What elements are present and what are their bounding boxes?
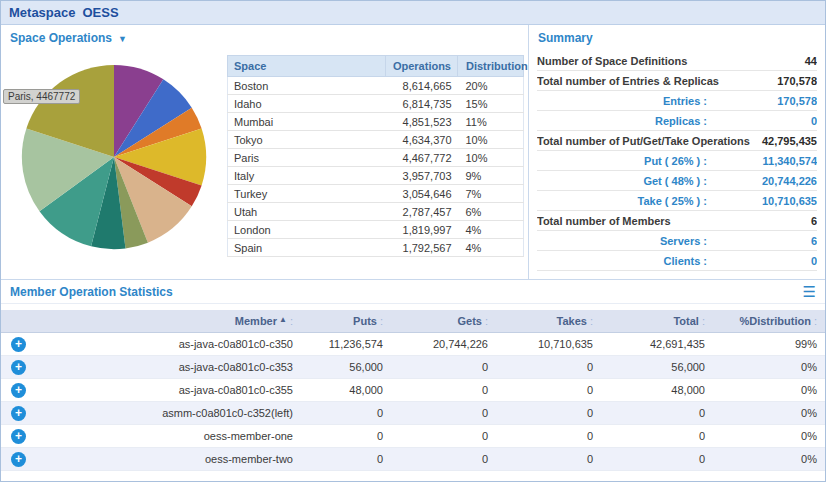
summary-row: Put ( 26% ) :11,340,574: [537, 151, 817, 171]
member-table-wrap: Member▲PutsGetsTakesTotal%Distribution +…: [1, 310, 825, 471]
member-col-header-label: Takes: [557, 315, 587, 327]
summary-label: Total number of Put/Get/Take Operations: [537, 135, 757, 147]
member-col-header-total[interactable]: Total: [601, 310, 713, 333]
expand-row-button[interactable]: +: [11, 360, 26, 375]
space-table-row[interactable]: Boston8,614,66520%: [228, 77, 524, 95]
app-title-name: OESS: [82, 5, 118, 20]
summary-label: Total number of Entries & Replicas: [537, 75, 757, 87]
space-table-wrap: SpaceOperationsDistribution Boston8,614,…: [227, 51, 528, 279]
puts-cell: 11,236,574: [301, 333, 391, 356]
expand-cell: +: [1, 448, 39, 471]
summary-value: 0: [707, 115, 817, 127]
expand-row-button[interactable]: +: [11, 383, 26, 398]
summary-title-row: Summary: [529, 25, 825, 51]
member-col-header-distribution[interactable]: %Distribution: [713, 310, 825, 333]
space-table-row[interactable]: Paris4,467,77210%: [228, 149, 524, 167]
space-operations-panel: Space Operations ▼ Paris, 4467772 SpaceO…: [1, 25, 529, 279]
space-table-row[interactable]: Idaho6,814,73515%: [228, 95, 524, 113]
space-name-cell: Utah: [228, 203, 386, 221]
member-row[interactable]: +as-java-c0a801c0-c35356,0000056,0000%: [1, 356, 825, 379]
distribution-cell: 0%: [713, 356, 825, 379]
gets-cell: 0: [391, 356, 496, 379]
space-name-cell: London: [228, 221, 386, 239]
space-table-row[interactable]: Tokyo4,634,37010%: [228, 131, 524, 149]
space-operations-cell: 4,634,370: [386, 131, 458, 149]
space-table-row[interactable]: London1,819,9974%: [228, 221, 524, 239]
member-row[interactable]: +asmm-c0a801c0-c352(left)00000%: [1, 402, 825, 425]
pie-tooltip: Paris, 4467772: [3, 89, 80, 104]
list-menu-icon[interactable]: ☰: [803, 284, 816, 299]
space-operations-cell: 4,851,523: [386, 113, 458, 131]
expand-cell: +: [1, 379, 39, 402]
member-name-cell: asmm-c0a801c0-c352(left): [39, 402, 301, 425]
summary-value: 20,744,226: [707, 175, 817, 187]
summary-value: 170,578: [707, 95, 817, 107]
summary-row: Total number of Put/Get/Take Operations4…: [537, 131, 817, 151]
member-row[interactable]: +as-java-c0a801c0-c35011,236,57420,744,2…: [1, 333, 825, 356]
takes-cell: 10,710,635: [496, 333, 601, 356]
member-col-header-puts[interactable]: Puts: [301, 310, 391, 333]
expand-row-button[interactable]: +: [11, 337, 26, 352]
takes-cell: 0: [496, 425, 601, 448]
distribution-cell: 0%: [713, 402, 825, 425]
app-header: Metaspace OESS: [1, 1, 825, 25]
member-col-header-gets[interactable]: Gets: [391, 310, 496, 333]
space-operations-cell: 1,792,567: [386, 239, 458, 257]
member-row[interactable]: +oess-member-two00000%: [1, 448, 825, 471]
space-operations-title-row: Space Operations ▼: [1, 25, 528, 51]
space-operations-cell: 4,467,772: [386, 149, 458, 167]
space-col-header-operations[interactable]: Operations: [386, 56, 458, 77]
summary-label: Put ( 26% ) :: [537, 155, 707, 167]
space-table: SpaceOperationsDistribution Boston8,614,…: [227, 55, 524, 257]
distribution-cell: 0%: [713, 448, 825, 471]
puts-cell: 0: [301, 425, 391, 448]
takes-cell: 0: [496, 379, 601, 402]
space-operations-cell: 2,787,457: [386, 203, 458, 221]
summary-rows: Number of Space Definitions44Total numbe…: [529, 51, 825, 271]
summary-row: Number of Space Definitions44: [537, 51, 817, 71]
total-cell: 0: [601, 402, 713, 425]
space-table-row[interactable]: Utah2,787,4576%: [228, 203, 524, 221]
space-operations-content: Paris, 4467772 SpaceOperationsDistributi…: [1, 51, 528, 279]
summary-label: Total number of Members: [537, 215, 757, 227]
space-col-header-distribution[interactable]: Distribution: [458, 56, 524, 77]
space-table-row[interactable]: Mumbai4,851,52311%: [228, 113, 524, 131]
space-operations-pie-chart[interactable]: Paris, 4467772: [1, 51, 227, 279]
gets-cell: 0: [391, 425, 496, 448]
space-col-header-space[interactable]: Space: [228, 56, 386, 77]
member-col-header-takes[interactable]: Takes: [496, 310, 601, 333]
member-col-header-member[interactable]: Member▲: [39, 310, 301, 333]
app-title-label: Metaspace: [9, 5, 75, 20]
space-table-row[interactable]: Turkey3,054,6467%: [228, 185, 524, 203]
space-table-row[interactable]: Spain1,792,5674%: [228, 239, 524, 257]
space-name-cell: Boston: [228, 77, 386, 95]
expand-row-button[interactable]: +: [11, 406, 26, 421]
summary-value: 6: [707, 235, 817, 247]
chevron-down-icon[interactable]: ▼: [118, 33, 127, 44]
gets-cell: 0: [391, 402, 496, 425]
space-table-header-row: SpaceOperationsDistribution: [228, 56, 524, 77]
puts-cell: 0: [301, 448, 391, 471]
member-table-header-row: Member▲PutsGetsTakesTotal%Distribution: [1, 310, 825, 333]
space-name-cell: Paris: [228, 149, 386, 167]
takes-cell: 0: [496, 402, 601, 425]
member-stats-title-row: Member Operation Statistics ☰: [1, 280, 825, 304]
gets-cell: 0: [391, 448, 496, 471]
space-table-body: Boston8,614,66520%Idaho6,814,73515%Mumba…: [228, 77, 524, 257]
space-table-row[interactable]: Italy3,957,7039%: [228, 167, 524, 185]
member-row[interactable]: +oess-member-one00000%: [1, 425, 825, 448]
member-name-cell: as-java-c0a801c0-c355: [39, 379, 301, 402]
space-name-cell: Mumbai: [228, 113, 386, 131]
expand-row-button[interactable]: +: [11, 452, 26, 467]
member-name-cell: as-java-c0a801c0-c350: [39, 333, 301, 356]
member-name-cell: oess-member-two: [39, 448, 301, 471]
app-window: Metaspace OESS Space Operations ▼ Paris,…: [0, 0, 826, 482]
puts-cell: 56,000: [301, 356, 391, 379]
summary-label: Get ( 48% ) :: [537, 175, 707, 187]
member-row[interactable]: +as-java-c0a801c0-c35548,0000048,0000%: [1, 379, 825, 402]
total-cell: 0: [601, 425, 713, 448]
takes-cell: 0: [496, 448, 601, 471]
member-stats-title: Member Operation Statistics: [10, 285, 173, 299]
space-name-cell: Italy: [228, 167, 386, 185]
expand-row-button[interactable]: +: [11, 429, 26, 444]
